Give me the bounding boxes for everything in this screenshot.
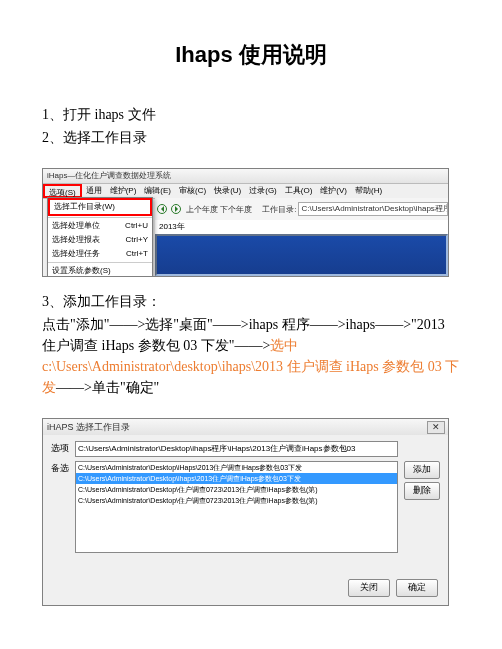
content-pane	[155, 234, 448, 276]
next-year-icon[interactable]	[171, 204, 181, 214]
dialog-body: 选项 C:\Users\Administrator\Desktop\ihaps程…	[43, 435, 448, 605]
close-icon[interactable]: ✕	[427, 421, 445, 434]
menu-item[interactable]: 过录(G)	[245, 184, 281, 198]
dropdown-select-workdir[interactable]: 选择工作目录(W)	[48, 198, 152, 216]
select-label: 选项	[51, 441, 75, 455]
dropdown-item[interactable]: 设置系统参数(S)	[48, 264, 152, 277]
list-item[interactable]: C:\Users\Administrator\Desktop\iHaps\201…	[76, 462, 397, 473]
menu-item[interactable]: 工具(O)	[281, 184, 317, 198]
dialog-titlebar: iHAPS 选择工作目录 ✕	[43, 419, 448, 436]
menu-item[interactable]: 编辑(E)	[140, 184, 175, 198]
backup-label: 备选	[51, 461, 75, 475]
window-titlebar: iHaps—住化住户调查数据处理系统	[43, 169, 448, 184]
screenshot-2: iHAPS 选择工作目录 ✕ 选项 C:\Users\Administrator…	[42, 418, 449, 606]
screenshot-1: iHaps—住化住户调查数据处理系统 选项(S) 通用 维护(P) 编辑(E) …	[42, 168, 449, 277]
step-2: 2、选择工作目录	[42, 127, 460, 148]
menu-item[interactable]: 维护(P)	[106, 184, 141, 198]
dropdown-item[interactable]: 选择处理报表 Ctrl+Y	[48, 233, 152, 247]
dropdown-item[interactable]: 选择处理单位 Ctrl+U	[48, 219, 152, 233]
ok-button[interactable]: 确定	[396, 579, 438, 597]
list-item[interactable]: C:\Users\Administrator\Desktop\住户调查0723\…	[76, 484, 397, 495]
menu-item[interactable]: 维护(V)	[316, 184, 351, 198]
menu-item[interactable]: 通用	[82, 184, 106, 198]
prev-year-icon[interactable]	[157, 204, 167, 214]
doc-title: Ihaps 使用说明	[42, 40, 460, 70]
dropdown-item[interactable]: 选择处理任务 Ctrl+T	[48, 247, 152, 261]
step-3: 3、添加工作目录：	[42, 291, 460, 312]
menu-item[interactable]: 快录(U)	[210, 184, 245, 198]
add-button[interactable]: 添加	[404, 461, 440, 479]
nav-labels: 上个年度 下个年度	[186, 204, 252, 215]
workdir-path: C:\Users\Administrator\Desktop\ihaps程序\i…	[298, 202, 448, 216]
workdir-label: 工作目录:	[262, 204, 296, 215]
year-row: 2013年	[155, 220, 448, 235]
options-dropdown: 选择工作目录(W) 选择处理单位 Ctrl+U 选择处理报表 Ctrl+Y 选择…	[47, 197, 153, 277]
close-button[interactable]: 关闭	[348, 579, 390, 597]
step-1: 1、打开 ihaps 文件	[42, 104, 460, 125]
path-listbox[interactable]: C:\Users\Administrator\Desktop\iHaps\201…	[75, 461, 398, 553]
menu-options[interactable]: 选项(S)	[43, 184, 82, 198]
toolbar: 上个年度 下个年度 工作目录: C:\Users\Administrator\D…	[155, 198, 448, 221]
menu-item[interactable]: 帮助(H)	[351, 184, 386, 198]
delete-button[interactable]: 删除	[404, 482, 440, 500]
list-item-selected[interactable]: C:\Users\Administrator\Desktop\ihaps\201…	[76, 473, 397, 484]
select-path-input[interactable]: C:\Users\Administrator\Desktop\ihaps程序\i…	[75, 441, 398, 457]
step-3-desc: 点击"添加"——>选择"桌面"——>ihaps 程序——>ihaps——>"20…	[42, 314, 460, 398]
list-item[interactable]: C:\Users\Administrator\Desktop\住户调查0723\…	[76, 495, 397, 506]
menu-item[interactable]: 审核(C)	[175, 184, 210, 198]
